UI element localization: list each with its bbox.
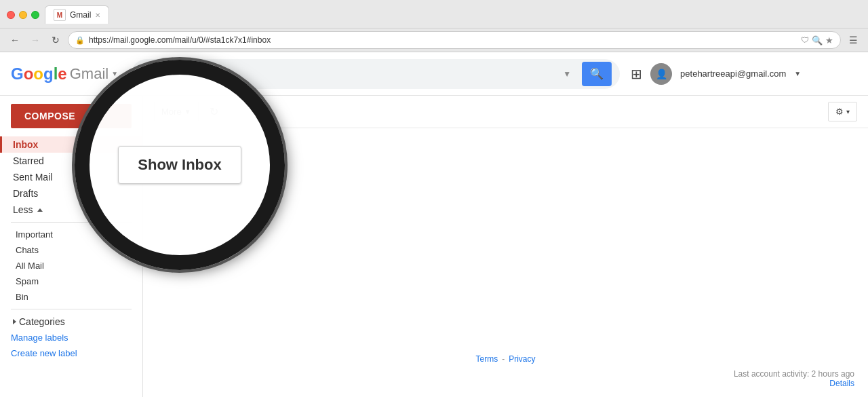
close-button[interactable] — [7, 11, 15, 19]
apps-grid-icon[interactable]: ⊞ — [631, 66, 642, 82]
back-button[interactable]: ← — [7, 32, 23, 48]
forward-button[interactable]: → — [27, 32, 43, 48]
gmail-dropdown-arrow[interactable]: ▼ — [111, 70, 118, 77]
less-toggle: Less — [13, 204, 43, 215]
inbox-label: Inbox — [13, 139, 38, 150]
lock-icon: 🔒 — [75, 36, 85, 45]
logo-o2: o — [33, 64, 43, 83]
address-bar[interactable]: 🔒 https://mail.google.com/mail/u/0/#sta1… — [68, 31, 841, 49]
show-inbox-button[interactable]: Show Inbox — [118, 146, 241, 184]
logo-e: e — [58, 64, 66, 83]
gmail-label: Gmail — [70, 65, 108, 83]
categories-arrow-icon — [13, 319, 16, 324]
less-label: Less — [13, 204, 33, 215]
user-dropdown-arrow[interactable]: ▼ — [794, 70, 801, 77]
footer-links: Terms - Privacy — [475, 354, 535, 364]
header-right: ⊞ 👤 petehartreeapi@gmail.com ▼ — [631, 63, 801, 85]
terms-link[interactable]: Terms — [475, 354, 498, 364]
spam-label: Spam — [16, 276, 39, 286]
footer-separator: - — [502, 354, 505, 364]
favicon: M — [54, 9, 66, 21]
details-link[interactable]: Details — [829, 379, 854, 388]
drafts-label: Drafts — [13, 188, 38, 199]
shield-icon: 🛡 — [801, 35, 809, 45]
sent-label: Sent Mail — [13, 172, 52, 183]
tab-close-icon[interactable]: ✕ — [95, 12, 100, 19]
bin-label: Bin — [16, 292, 28, 302]
logo-g: G — [11, 64, 24, 83]
tab-title: Gmail — [70, 10, 91, 20]
last-activity-text: Last account activity: 2 hours ago — [734, 369, 854, 379]
starred-label: Starred — [13, 155, 44, 166]
title-bar: M Gmail ✕ — [0, 0, 868, 28]
privacy-link[interactable]: Privacy — [509, 354, 535, 364]
sidebar-item-bin[interactable]: Bin — [0, 289, 142, 305]
sidebar-item-spam[interactable]: Spam — [0, 273, 142, 289]
browser-menu-button[interactable]: ☰ — [845, 32, 861, 48]
user-email[interactable]: petehartreeapi@gmail.com — [680, 69, 786, 79]
magnifier-content: Show Inbox — [118, 146, 241, 184]
settings-button[interactable]: ⚙ ▾ — [828, 102, 857, 121]
browser-tab[interactable]: M Gmail ✕ — [45, 5, 109, 24]
chats-label: Chats — [16, 245, 39, 255]
important-label: Important — [16, 229, 53, 240]
settings-icon: ⚙ — [835, 107, 844, 117]
address-icons: 🛡 🔍 ★ — [801, 35, 833, 45]
traffic-lights — [7, 11, 39, 19]
search-nav-icon[interactable]: 🔍 — [812, 35, 823, 45]
url-text: https://mail.google.com/mail/u/0/#sta1ck… — [89, 35, 797, 45]
avatar[interactable]: 👤 — [650, 63, 672, 85]
last-activity: Last account activity: 2 hours ago Detai… — [143, 369, 868, 388]
browser-chrome: M Gmail ✕ ← → ↻ 🔒 https://mail.google.co… — [0, 0, 868, 52]
logo-o1: o — [24, 64, 34, 83]
google-logo: Google — [11, 64, 67, 83]
less-triangle-icon — [37, 208, 43, 212]
logo-g2: g — [43, 64, 54, 83]
settings-dropdown-icon: ▾ — [846, 108, 850, 115]
magnifier-overlay: Show Inbox — [75, 60, 285, 270]
sidebar-item-categories[interactable]: Categories — [0, 314, 142, 330]
search-dropdown-icon[interactable]: ▼ — [563, 69, 571, 79]
reload-button[interactable]: ↻ — [47, 32, 64, 48]
search-submit-button[interactable]: 🔍 — [582, 62, 612, 86]
sidebar-divider-2 — [11, 309, 132, 309]
minimize-button[interactable] — [19, 11, 27, 19]
maximize-button[interactable] — [31, 11, 39, 19]
create-new-label-link[interactable]: Create new label — [0, 345, 142, 361]
manage-labels-link[interactable]: Manage labels — [0, 330, 142, 345]
nav-bar: ← → ↻ 🔒 https://mail.google.com/mail/u/0… — [0, 28, 868, 52]
allmail-label: All Mail — [16, 261, 44, 271]
sidebar-item-allmail[interactable]: All Mail — [0, 258, 142, 273]
bookmark-icon[interactable]: ★ — [825, 35, 833, 45]
categories-label: Categories — [19, 316, 65, 327]
